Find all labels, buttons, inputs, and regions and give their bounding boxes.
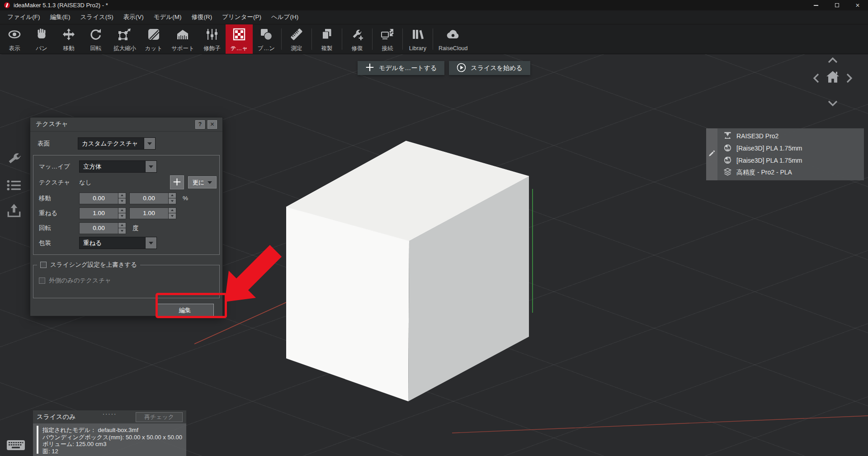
override-slicing-label: スライシング設定を上書きする (50, 261, 137, 269)
stepper-down-icon[interactable] (169, 213, 176, 219)
list-icon[interactable] (6, 179, 22, 193)
toolbar-item-connect[interactable]: 接続 (374, 24, 401, 54)
chevron-up-icon[interactable] (828, 57, 838, 65)
toolbar-item-label: ブ…ン (258, 45, 275, 52)
toolbar-item-move[interactable]: 移動 (55, 24, 82, 54)
stepper-down-icon[interactable] (118, 213, 126, 219)
outside-only-row[interactable]: 外側のみのテクスチャ (39, 277, 214, 285)
rotate-stepper[interactable]: 0.00 (79, 222, 126, 234)
menu-item-view[interactable]: 表示(V) (118, 10, 149, 24)
add-texture-button[interactable] (170, 175, 184, 189)
close-button[interactable]: ✕ (847, 0, 868, 10)
menu-item-model[interactable]: モデル(M) (149, 10, 187, 24)
toolbar-item-label: 複製 (321, 45, 332, 52)
printer-row[interactable]: RAISE3D Pro2 (723, 131, 864, 141)
toolbar-item-boolean[interactable]: ブ…ン (253, 24, 280, 54)
printer-settings-panel[interactable]: RAISE3D Pro2 L [Raise3D] PLA 1.75mm R [R… (706, 128, 864, 180)
right-nozzle-icon: R (723, 155, 732, 165)
maximize-button[interactable] (826, 0, 847, 10)
dropdown-arrow-icon (145, 161, 156, 172)
outside-only-checkbox[interactable] (39, 277, 45, 284)
bounding-box-line: バウンディングボックス(mm): 50.00 x 50.00 x 50.00 (42, 434, 182, 441)
rotate-row: 回転 0.00 度 (39, 222, 217, 234)
stepper-up-icon[interactable] (169, 208, 176, 214)
dialog-close-button[interactable]: ✕ (208, 120, 217, 129)
minimize-button[interactable] (806, 0, 826, 10)
toolbar-item-texture[interactable]: テ…ャ (226, 24, 253, 54)
toolbar-item-pan[interactable]: パン (28, 24, 55, 54)
more-texture-button[interactable]: 更に (188, 176, 217, 188)
toolbar-item-rotate[interactable]: 回転 (82, 24, 109, 54)
home-view-icon[interactable] (825, 69, 840, 86)
help-button[interactable]: ? (195, 120, 205, 129)
left-nozzle-filament: [Raise3D] PLA 1.75mm (736, 145, 802, 152)
plus-icon (365, 63, 374, 73)
model-cube[interactable] (286, 141, 529, 401)
menu-item-slice[interactable]: スライス(S) (75, 10, 118, 24)
toolbar-item-duplicate[interactable]: 複製 (313, 24, 340, 54)
override-slicing-checkbox[interactable] (40, 262, 47, 268)
stepper-down-icon[interactable] (118, 198, 126, 204)
menu-item-file[interactable]: ファイル(F) (2, 10, 45, 24)
toolbar-item-raisecloud[interactable]: RaiseCloud (434, 24, 472, 54)
menu-item-edit[interactable]: 編集(E) (45, 10, 75, 24)
stepper-up-icon[interactable] (169, 193, 176, 199)
recheck-button[interactable]: 再チェック (136, 412, 183, 422)
rotate-icon (89, 27, 103, 42)
texture-file-row: テクスチャ なし 更に (39, 175, 217, 189)
chevron-down-icon[interactable] (828, 99, 838, 107)
mapping-dropdown[interactable]: 立方体 (79, 160, 157, 173)
move-label: 移動 (39, 194, 79, 202)
tile-x-value: 1.00 (80, 208, 118, 219)
menu-item-printer[interactable]: プリンター(P) (217, 10, 266, 24)
texture-dialog-titlebar[interactable]: テクスチャ ? ✕ (30, 118, 222, 132)
override-group: スライシング設定を上書きする 外側のみのテクスチャ (33, 265, 220, 298)
toolbar-item-support[interactable]: サポート (167, 24, 198, 54)
wrap-dropdown[interactable]: 重ねる (79, 237, 157, 249)
texture-file-label: テクスチャ (39, 179, 79, 187)
chevron-right-icon[interactable] (844, 73, 853, 83)
mapping-label: マッ…イプ (39, 163, 79, 171)
stepper-up-icon[interactable] (118, 223, 126, 229)
slice-template-row[interactable]: 高精度 - Pro2 - PLA (723, 167, 864, 178)
right-nozzle-row[interactable]: R [Raise3D] PLA 1.75mm (723, 155, 864, 166)
menu-item-repair[interactable]: 修復(R) (186, 10, 217, 24)
slice-template-name: 高精度 - Pro2 - PLA (736, 169, 792, 177)
import-model-button[interactable]: モデルを…ートする (358, 61, 444, 75)
stepper-up-icon[interactable] (118, 193, 126, 199)
tile-row: 重ねる 1.00 1.00 (39, 207, 217, 219)
tile-x-stepper[interactable]: 1.00 (79, 207, 126, 219)
chevron-left-icon[interactable] (813, 73, 821, 83)
move-y-stepper[interactable]: 0.00 (129, 193, 176, 204)
toolbar-item-modifier[interactable]: 修飾子 (198, 24, 226, 54)
stepper-down-icon[interactable] (118, 228, 126, 234)
move-x-stepper[interactable]: 0.00 (79, 193, 126, 204)
surface-dropdown[interactable]: カスタムテクスチャ (78, 137, 156, 150)
wrench-icon[interactable] (5, 151, 23, 169)
toolbar-item-cut[interactable]: カット (140, 24, 167, 54)
menu-item-help[interactable]: ヘルプ(H) (266, 10, 303, 24)
slice-panel-header[interactable]: ····· スライスのみ 再チェック (33, 410, 186, 423)
view-navigation (812, 57, 854, 105)
keyboard-icon[interactable] (6, 439, 25, 453)
duplicate-icon (321, 27, 333, 42)
toolbar-item-view[interactable]: 表示 (1, 24, 28, 54)
stepper-up-icon[interactable] (118, 208, 126, 214)
stepper-down-icon[interactable] (169, 198, 176, 204)
toolbar-separator (433, 28, 433, 50)
minimize-icon (814, 5, 818, 6)
toolbar-item-scale[interactable]: 拡大縮小 (109, 24, 140, 54)
rotate-label: 回転 (39, 224, 79, 232)
start-slice-button[interactable]: スライスを始める (449, 61, 530, 75)
wrap-row: 包装 重ねる (39, 237, 217, 249)
upload-icon[interactable] (6, 203, 22, 220)
edit-texture-button[interactable]: 編集 (156, 304, 214, 317)
toolbar-item-repair[interactable]: 修復 (344, 24, 371, 54)
override-slicing-row[interactable]: スライシング設定を上書きする (37, 261, 140, 269)
toolbar-item-library[interactable]: Library (404, 24, 431, 54)
toolbar-item-measure[interactable]: 測定 (283, 24, 310, 54)
viewport-3d[interactable]: モデルを…ートする スライスを始める RAISE3D Pro2 L (0, 54, 868, 456)
tile-y-stepper[interactable]: 1.00 (129, 207, 176, 219)
left-nozzle-row[interactable]: L [Raise3D] PLA 1.75mm (723, 143, 864, 154)
edit-settings-strip[interactable] (706, 128, 717, 180)
